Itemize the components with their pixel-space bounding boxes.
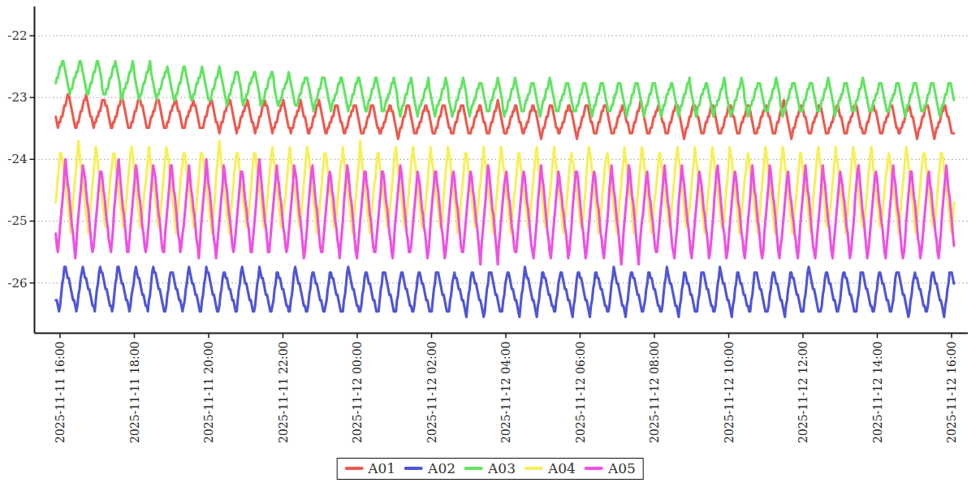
- x-tick-label: 2025-11-12 08:00: [648, 342, 661, 444]
- x-tick-label: 2025-11-12 00:00: [351, 342, 364, 444]
- x-tick-label: 2025-11-11 18:00: [128, 342, 141, 444]
- legend-label: A03: [488, 461, 516, 476]
- series-line-a02: [56, 267, 954, 317]
- y-tick-label: -23: [7, 90, 27, 105]
- x-tick-label: 2025-11-12 16:00: [945, 342, 958, 444]
- legend-line-swatch: [585, 467, 603, 470]
- legend-label: A02: [428, 461, 455, 476]
- legend-item-a03: A03: [464, 461, 516, 476]
- legend-label: A01: [368, 461, 395, 476]
- legend-label: A05: [608, 461, 636, 476]
- x-tick-label: 2025-11-11 20:00: [202, 342, 215, 444]
- x-tick-label: 2025-11-12 10:00: [723, 342, 736, 444]
- y-tick-label: -26: [7, 276, 27, 291]
- legend-line-swatch: [344, 467, 363, 470]
- legend-label: A04: [548, 461, 576, 476]
- x-tick-label: 2025-11-12 14:00: [871, 342, 884, 444]
- x-tick-label: 2025-11-12 04:00: [499, 342, 512, 444]
- y-tick-label: -25: [7, 213, 27, 228]
- legend-item-a02: A02: [404, 461, 455, 476]
- legend-item-a04: A04: [525, 461, 576, 476]
- legend-line-swatch: [525, 467, 543, 470]
- chart-legend: A01A02A03A04A05: [336, 458, 644, 480]
- legend-line-swatch: [464, 467, 483, 470]
- legend-line-swatch: [404, 467, 423, 470]
- x-tick-label: 2025-11-11 16:00: [54, 342, 67, 444]
- x-tick-label: 2025-11-11 22:00: [277, 342, 290, 444]
- x-tick-label: 2025-11-12 02:00: [425, 342, 438, 444]
- x-tick-label: 2025-11-12 12:00: [797, 342, 809, 444]
- chart-canvas: -22-23-24-25-262025-11-11 16:002025-11-1…: [0, 0, 980, 487]
- x-tick-label: 2025-11-12 06:00: [574, 342, 587, 444]
- timeseries-chart-figure: -22-23-24-25-262025-11-11 16:002025-11-1…: [0, 0, 980, 487]
- y-tick-label: -22: [7, 28, 27, 43]
- y-tick-label: -24: [7, 152, 27, 166]
- legend-item-a01: A01: [344, 461, 395, 476]
- legend-item-a05: A05: [585, 461, 636, 476]
